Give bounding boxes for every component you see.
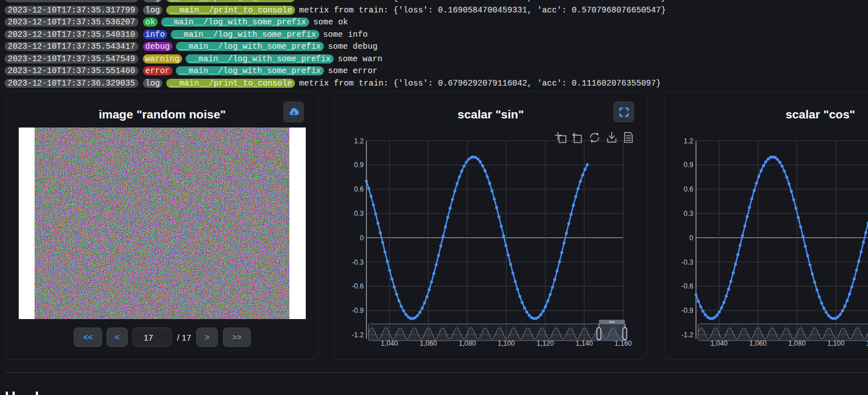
svg-text:-1.2: -1.2	[352, 331, 364, 339]
svg-text:1,100: 1,100	[498, 339, 515, 347]
svg-text:1,040: 1,040	[381, 339, 398, 347]
svg-text:-0.6: -0.6	[352, 282, 364, 290]
svg-text:0: 0	[689, 234, 693, 242]
svg-text:1,080: 1,080	[788, 339, 806, 347]
svg-text:-0.6: -0.6	[681, 282, 693, 290]
svg-text:1,140: 1,140	[576, 339, 593, 347]
svg-text:0.9: 0.9	[354, 161, 364, 169]
svg-text:1,120: 1,120	[537, 339, 554, 347]
svg-text:-0.9: -0.9	[681, 307, 693, 315]
svg-text:1.2: 1.2	[684, 137, 693, 145]
svg-text:1,060: 1,060	[420, 339, 437, 347]
svg-text:1,160: 1,160	[614, 339, 632, 347]
svg-text:0.3: 0.3	[354, 210, 364, 218]
svg-text:1,040: 1,040	[710, 339, 728, 347]
svg-text:1.2: 1.2	[354, 137, 364, 145]
svg-text:1,080: 1,080	[458, 339, 476, 347]
svg-text:0.9: 0.9	[684, 161, 693, 169]
svg-text:1,100: 1,100	[827, 339, 845, 347]
svg-text:-0.3: -0.3	[681, 258, 693, 266]
svg-text:1,060: 1,060	[749, 339, 767, 347]
svg-text:0.3: 0.3	[684, 210, 693, 218]
svg-text:-0.3: -0.3	[352, 258, 364, 266]
svg-text:0.6: 0.6	[354, 185, 364, 193]
svg-text:-0.9: -0.9	[352, 307, 364, 315]
svg-text:0.6: 0.6	[684, 185, 693, 193]
svg-text:-1.2: -1.2	[681, 331, 693, 339]
svg-text:0: 0	[360, 234, 364, 242]
